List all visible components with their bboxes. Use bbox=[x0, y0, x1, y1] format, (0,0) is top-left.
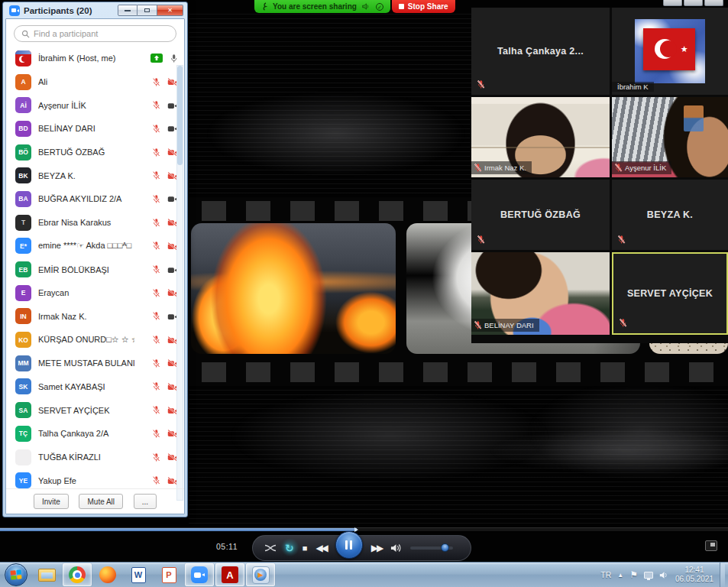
participant-name: Irmak Naz K. bbox=[38, 312, 134, 321]
participant-row[interactable]: EEraycan bbox=[6, 281, 184, 305]
participant-row[interactable]: İbrahim K (Host, me) bbox=[6, 47, 184, 70]
participant-row[interactable]: SKSamet KAYABAŞI bbox=[6, 375, 184, 399]
participant-name: KÜRŞAD ONURD□☆ ☆ ☆□□□... bbox=[38, 335, 134, 345]
taskbar-app-zoom[interactable] bbox=[185, 563, 214, 586]
close-icon[interactable]: ✕ bbox=[157, 5, 183, 16]
exit-fullscreen-icon[interactable] bbox=[705, 540, 717, 551]
participant-row[interactable]: AAli bbox=[6, 70, 184, 94]
participant-row[interactable]: BABUĞRA AKYILDIZ 2/A bbox=[6, 187, 184, 211]
clock[interactable]: 12:41 06.05.2021 bbox=[675, 566, 713, 585]
search-input[interactable]: Find a participant bbox=[14, 25, 176, 42]
participant-avatar: KO bbox=[15, 332, 31, 348]
minimize-icon[interactable] bbox=[118, 5, 138, 16]
tile-name: BELİNAY DARI bbox=[484, 322, 534, 329]
minimize-icon[interactable] bbox=[663, 0, 682, 6]
video-grid: Talha Çankaya 2...★İbrahim KIrmak Naz K.… bbox=[471, 8, 728, 343]
participant-status-icons bbox=[141, 54, 178, 63]
share-banner-green: You are screen sharing ✓ bbox=[254, 0, 390, 13]
shuffle-icon[interactable] bbox=[264, 543, 277, 553]
fast-forward-icon[interactable]: ▶▶ bbox=[371, 543, 382, 553]
participant-row[interactable]: SASERVET AYÇİÇEK bbox=[6, 398, 184, 422]
mute-all-button[interactable]: Mute All bbox=[79, 494, 123, 509]
stop-share-button[interactable]: Stop Share bbox=[392, 0, 455, 13]
media-player-icon: ▶ bbox=[252, 566, 270, 584]
mic-muted-icon bbox=[474, 320, 482, 330]
video-tile[interactable]: BELİNAY DARI bbox=[471, 252, 610, 335]
volume-icon[interactable] bbox=[659, 571, 669, 579]
participant-status-icons bbox=[141, 218, 178, 228]
participants-body: Find a participant İbrahim K (Host, me)A… bbox=[5, 18, 185, 514]
participant-avatar: T bbox=[15, 215, 31, 231]
participant-row[interactable]: KOKÜRŞAD ONURD□☆ ☆ ☆□□□... bbox=[6, 328, 184, 352]
video-tile[interactable]: Talha Çankaya 2... bbox=[471, 8, 610, 95]
volume-thumb[interactable] bbox=[441, 543, 449, 552]
video-tile[interactable]: Ayşenur İLİK bbox=[612, 97, 728, 177]
scrollbar-thumb[interactable] bbox=[177, 66, 183, 165]
video-tile[interactable]: ★İbrahim K bbox=[612, 8, 728, 95]
taskbar-app-windows-media-player[interactable]: ▶ bbox=[246, 563, 275, 586]
close-icon[interactable] bbox=[704, 0, 723, 6]
hidden-icons-arrow-icon[interactable]: ▲ bbox=[617, 572, 623, 579]
participant-status-icons bbox=[141, 100, 178, 110]
video-tile[interactable]: SERVET AYÇİÇEK bbox=[612, 252, 728, 335]
zoom-app-icon bbox=[9, 5, 20, 16]
mute-icon[interactable] bbox=[390, 543, 402, 553]
background-window-controls bbox=[663, 0, 723, 6]
action-center-flag-icon[interactable]: ⚑ bbox=[629, 569, 638, 580]
participant-row[interactable]: E*emine ****☞ Akda □□□ᴬ□ bbox=[6, 235, 184, 258]
tile-name: Irmak Naz K. bbox=[484, 164, 526, 172]
taskbar-app-firefox[interactable] bbox=[93, 563, 122, 586]
participant-row[interactable]: TEbrar Nisa Karakus bbox=[6, 211, 184, 235]
taskbar-app-word[interactable]: W bbox=[124, 563, 153, 586]
video-tile[interactable]: Irmak Naz K. bbox=[471, 97, 610, 177]
mic-muted-icon bbox=[152, 288, 160, 298]
participant-row[interactable]: BÖBERTUĞ ÖZBAĞ bbox=[6, 141, 184, 164]
check-icon: ✓ bbox=[376, 3, 383, 11]
taskbar-app-chrome[interactable] bbox=[63, 563, 92, 586]
participant-avatar: SA bbox=[15, 402, 31, 418]
participants-titlebar[interactable]: Participants (20) ✕ bbox=[5, 2, 185, 18]
participant-avatar: EB bbox=[15, 261, 31, 277]
taskbar-app-powerpoint[interactable]: P bbox=[154, 563, 183, 586]
participant-status-icons bbox=[141, 124, 178, 134]
participant-row[interactable]: INIrmak Naz K. bbox=[6, 305, 184, 329]
taskbar-app-file-explorer[interactable] bbox=[32, 563, 61, 586]
word-icon: W bbox=[131, 567, 146, 583]
network-icon[interactable] bbox=[644, 572, 653, 579]
participants-footer: Invite Mute All ... bbox=[6, 488, 184, 514]
participant-status-icons bbox=[141, 170, 178, 180]
search-wrap: Find a participant bbox=[6, 19, 184, 47]
participant-row[interactable]: EBEMİR BÖLÜKBAŞI bbox=[6, 258, 184, 281]
start-button[interactable] bbox=[5, 563, 28, 586]
mic-muted-icon bbox=[474, 163, 482, 173]
stop-icon bbox=[399, 4, 404, 9]
video-tile[interactable]: BERTUĞ ÖZBAĞ bbox=[471, 180, 610, 250]
invite-button[interactable]: Invite bbox=[34, 494, 69, 509]
participant-row[interactable]: BDBELİNAY DARI bbox=[6, 117, 184, 141]
participant-row[interactable]: BKBEYZA K. bbox=[6, 164, 184, 187]
stop-icon[interactable]: ■ bbox=[303, 543, 308, 553]
restore-icon[interactable] bbox=[684, 0, 703, 6]
participant-row[interactable]: TÇTalha Çankaya 2/A bbox=[6, 422, 184, 446]
participant-avatar: SK bbox=[15, 378, 31, 394]
taskbar-app-adobe-reader[interactable]: A bbox=[215, 563, 244, 586]
tile-name: Ayşenur İLİK bbox=[625, 164, 666, 172]
participant-status-icons bbox=[141, 429, 178, 439]
participant-name: Ayşenur İLİK bbox=[38, 101, 134, 110]
show-desktop-button[interactable] bbox=[720, 563, 725, 587]
pause-button[interactable] bbox=[335, 531, 363, 559]
language-indicator[interactable]: TR bbox=[600, 570, 611, 579]
rewind-icon[interactable]: ◀◀ bbox=[315, 543, 326, 553]
participant-row[interactable]: MMMETE MUSTAFA BULANIK bbox=[6, 352, 184, 375]
more-button[interactable]: ... bbox=[134, 494, 157, 509]
volume-slider[interactable] bbox=[410, 546, 453, 550]
system-tray: TR ▲ ⚑ 12:41 06.05.2021 bbox=[600, 563, 728, 587]
repeat-icon[interactable]: ↻ bbox=[285, 542, 294, 554]
participant-row[interactable]: TUĞBA KİRAZLI bbox=[6, 446, 184, 469]
maximize-icon[interactable] bbox=[138, 5, 157, 16]
participant-row[interactable]: AİAyşenur İLİK bbox=[6, 93, 184, 117]
scrollbar[interactable] bbox=[176, 65, 183, 501]
video-tile[interactable]: BEYZA K. bbox=[612, 180, 728, 250]
participant-avatar: YE bbox=[15, 472, 31, 488]
seek-bar[interactable] bbox=[0, 527, 728, 532]
